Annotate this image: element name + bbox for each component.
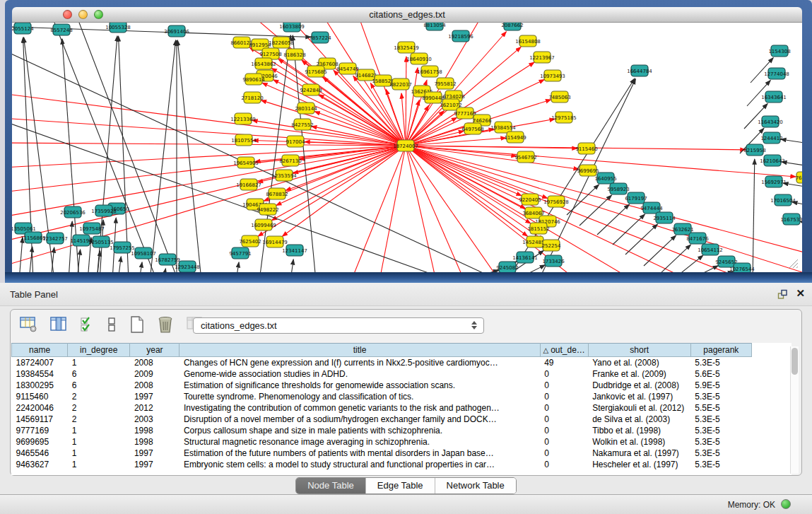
network-node[interactable]: 7485063 xyxy=(548,91,570,103)
new-document-icon[interactable] xyxy=(129,316,145,333)
network-node[interactable]: 20206536 xyxy=(60,206,86,218)
network-node[interactable]: 2803144 xyxy=(295,103,317,114)
table-cell[interactable]: 5.3E-5 xyxy=(690,357,751,369)
table-cell[interactable]: 9465546 xyxy=(12,448,68,459)
selected-citation-edge[interactable] xyxy=(351,146,406,272)
table-panel-titlebar[interactable]: Table Panel ✕ xyxy=(0,283,812,306)
table-cell[interactable]: 1 xyxy=(68,425,130,436)
selected-citation-edge[interactable] xyxy=(406,57,406,146)
table-cell[interactable]: 1998 xyxy=(130,436,180,448)
scrollbar-thumb[interactable] xyxy=(792,348,798,375)
network-node[interactable]: 9245082 xyxy=(496,262,518,272)
table-cell[interactable]: 2008 xyxy=(130,357,180,369)
column-header-name[interactable]: name xyxy=(12,344,68,357)
table-cell[interactable]: 19384554 xyxy=(12,368,68,380)
network-node[interactable]: 8215958 xyxy=(743,144,765,156)
network-node[interactable]: 2935114 xyxy=(653,212,676,223)
network-node[interactable]: 17016504 xyxy=(770,194,796,206)
table-cell[interactable]: Estimation of significance thresholds fo… xyxy=(180,380,540,391)
tab-node-table[interactable]: Node Table xyxy=(296,478,366,493)
table-cell[interactable]: Embryonic stem cells: a model to study s… xyxy=(180,459,540,470)
network-node[interactable]: 5958923 xyxy=(607,183,629,194)
network-node[interactable]: 6179197 xyxy=(625,192,647,204)
table-cell[interactable]: 9463627 xyxy=(12,459,68,470)
table-cell[interactable]: 2012 xyxy=(130,402,180,414)
citation-edge[interactable] xyxy=(625,224,658,255)
table-scrollbar[interactable] xyxy=(790,346,799,474)
network-node[interactable]: 1733426 xyxy=(542,255,565,267)
selected-citation-edge[interactable] xyxy=(319,95,406,146)
network-node[interactable]: 12213967 xyxy=(529,52,555,63)
network-node[interactable]: 8471676 xyxy=(686,233,709,244)
network-node[interactable]: 16154808 xyxy=(515,35,541,47)
table-cell[interactable]: 0 xyxy=(540,425,588,436)
network-node[interactable]: 762544 xyxy=(796,172,802,183)
table-cell[interactable]: 9699695 xyxy=(12,436,68,448)
table-cell[interactable]: Estimation of the future numbers of pati… xyxy=(180,448,540,459)
table-cell[interactable]: Investigating the contribution of common… xyxy=(180,402,540,414)
table-cell[interactable]: Genome-wide association studies in ADHD. xyxy=(180,368,540,380)
network-node[interactable]: 1815152 xyxy=(527,223,549,234)
network-node[interactable]: 2718120 xyxy=(241,92,263,103)
table-select-dropdown[interactable]: citations_edges.txt xyxy=(193,317,484,334)
resize-grip-icon[interactable] xyxy=(787,257,799,269)
column-header-short[interactable]: short xyxy=(588,344,690,357)
table-cell[interactable]: 0 xyxy=(540,368,588,380)
network-node[interactable]: 1154308 xyxy=(768,45,790,57)
table-cell[interactable]: 1997 xyxy=(130,391,180,402)
network-node[interactable]: 8822037 xyxy=(389,78,411,90)
table-cell[interactable]: 2003 xyxy=(130,414,180,425)
citation-edge[interactable] xyxy=(781,139,802,144)
table-cell[interactable]: 0 xyxy=(540,402,588,414)
citation-edge[interactable] xyxy=(119,36,129,272)
network-node[interactable]: 9242848 xyxy=(300,84,322,95)
table-cell[interactable]: 0 xyxy=(540,391,588,402)
network-node[interactable]: 2055124 xyxy=(12,23,34,34)
network-node[interactable]: 11643420 xyxy=(758,116,783,127)
table-cell[interactable]: 14569117 xyxy=(12,414,68,425)
table-cell[interactable]: 5.6E-5 xyxy=(690,368,751,380)
network-node[interactable]: 7857224 xyxy=(309,32,331,43)
network-node[interactable]: 1167533 xyxy=(780,214,802,225)
table-cell[interactable]: 1998 xyxy=(130,425,180,436)
table-row[interactable]: 969969511998Structural magnetic resonanc… xyxy=(12,436,752,448)
table-cell[interactable]: 1997 xyxy=(130,459,180,470)
network-node[interactable]: 12342757 xyxy=(42,233,68,244)
table-cell[interactable]: Hescheler et al. (1997) xyxy=(588,459,690,470)
selected-citation-edge[interactable] xyxy=(406,146,464,272)
network-node[interactable]: 8186328 xyxy=(283,49,305,60)
network-node[interactable]: 12341147 xyxy=(282,245,307,256)
table-cell[interactable]: 0 xyxy=(540,436,588,448)
delete-trash-icon[interactable] xyxy=(158,316,173,333)
table-cell[interactable]: Nakamura et al. (1997) xyxy=(588,448,690,459)
table-cell[interactable]: Structural magnetic resonance image aver… xyxy=(180,436,540,448)
network-node[interactable]: 16210643 xyxy=(760,155,785,166)
network-node[interactable]: 16914479 xyxy=(262,236,288,247)
memory-ok-indicator-icon[interactable] xyxy=(781,499,791,509)
table-settings-icon[interactable] xyxy=(20,317,37,332)
table-cell[interactable]: 9777169 xyxy=(12,425,68,436)
table-cell[interactable]: 5.3E-5 xyxy=(690,448,751,459)
network-node[interactable]: 18107554 xyxy=(231,134,257,146)
network-node[interactable]: 19756928 xyxy=(543,196,569,207)
tab-edge-table[interactable]: Edge Table xyxy=(366,478,435,493)
table-cell[interactable]: Franke et al. (2009) xyxy=(588,368,690,380)
table-cell[interactable]: 2 xyxy=(68,414,130,425)
table-cell[interactable]: 5.9E-5 xyxy=(690,380,751,391)
column-header-year[interactable]: year xyxy=(130,344,180,357)
network-node[interactable]: 14136141 xyxy=(512,252,538,263)
network-node[interactable]: 7955812 xyxy=(434,78,456,89)
column-visibility-icon[interactable] xyxy=(50,317,67,332)
network-node[interactable]: 917004 xyxy=(286,136,305,147)
citation-edge[interactable] xyxy=(290,259,293,272)
network-node[interactable]: 9175685 xyxy=(305,66,326,77)
table-cell[interactable]: 5.3E-5 xyxy=(690,436,751,448)
citation-edge[interactable] xyxy=(69,221,72,272)
table-cell[interactable]: 1 xyxy=(68,448,130,459)
network-node[interactable]: 1244412 xyxy=(760,132,782,144)
table-cell[interactable]: Yano et al. (2008) xyxy=(588,357,690,369)
table-cell[interactable]: 5.3E-5 xyxy=(690,391,751,402)
table-cell[interactable]: 9115460 xyxy=(12,391,68,402)
column-header-in_degree[interactable]: in_degree xyxy=(68,344,130,357)
table-cell[interactable]: 5.3E-5 xyxy=(690,414,751,425)
